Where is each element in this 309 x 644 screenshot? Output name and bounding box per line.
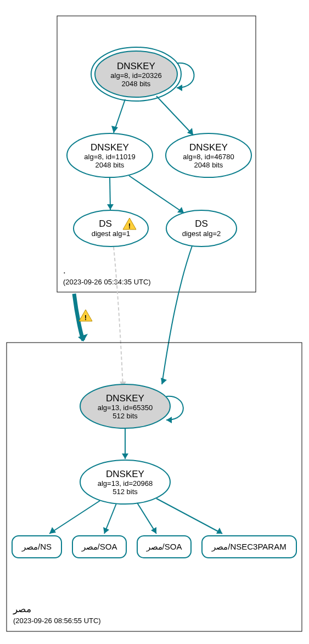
node-title: DS (195, 219, 208, 229)
edge-zsk-ns (49, 501, 100, 534)
node-line2: digest alg=1 (92, 229, 130, 238)
node-line3: 512 bits (113, 412, 138, 420)
node-line3: 2048 bits (122, 80, 151, 88)
rr-label: مصر/SOA (81, 542, 117, 552)
node-title: DNSKEY (106, 393, 144, 404)
node-line3: 2048 bits (95, 161, 125, 169)
node-line3: 512 bits (113, 488, 138, 496)
warning-icon: ! (79, 310, 92, 322)
node-line2: alg=8, id=20326 (110, 71, 161, 80)
svg-text:!: ! (85, 313, 87, 322)
rr-label: مصر/SOA (146, 542, 182, 552)
node-line3: 2048 bits (194, 161, 223, 169)
node-dnskey-child-zsk: DNSKEY alg=13, id=20968 512 bits (80, 460, 170, 504)
zone-label-child: مصر (13, 604, 31, 615)
edge-zsk1-ds2 (129, 176, 184, 213)
arrowhead (111, 126, 118, 133)
node-dnskey-root-zsk2: DNSKEY alg=8, id=46780 2048 bits (166, 133, 251, 177)
node-rr-ns: مصر/NS (12, 536, 61, 558)
node-title: DS (99, 219, 112, 229)
node-title: DNSKEY (117, 61, 155, 71)
arrowhead (151, 527, 156, 534)
node-line2: digest alg=2 (182, 229, 221, 238)
node-ds-alg1: DS digest alg=1 ! (74, 210, 148, 247)
arrowhead (166, 417, 172, 423)
arrowhead (122, 453, 128, 459)
arrowhead (107, 204, 114, 210)
zone-timestamp-root: (2023-09-26 05:34:35 UTC) (63, 278, 151, 286)
node-title: DNSKEY (91, 142, 129, 153)
node-dnskey-root-ksk: DNSKEY alg=8, id=20326 2048 bits (91, 47, 181, 101)
zone-label-root: . (63, 265, 66, 276)
node-dnskey-root-zsk1: DNSKEY alg=8, id=11019 2048 bits (67, 133, 153, 177)
arrowhead (177, 207, 184, 213)
node-title: DNSKEY (106, 469, 144, 479)
node-title: DNSKEY (189, 142, 228, 153)
node-line2: alg=8, id=46780 (183, 153, 234, 161)
node-line2: alg=8, id=11019 (84, 153, 135, 161)
node-line2: alg=13, id=65350 (98, 404, 153, 412)
edge-ds1-childksk (114, 247, 123, 387)
zone-timestamp-child: (2023-09-26 08:56:55 UTC) (13, 617, 101, 625)
node-rr-nsec3param: مصر/NSEC3PARAM (202, 536, 296, 558)
edge-ds2-childksk (162, 246, 192, 384)
node-rr-soa-1: مصر/SOA (72, 536, 126, 558)
node-rr-soa-2: مصر/SOA (137, 536, 191, 558)
node-dnskey-child-ksk: DNSKEY alg=13, id=65350 512 bits (80, 384, 170, 428)
node-ds-alg2: DS digest alg=2 (166, 210, 237, 247)
rr-label: مصر/NS (21, 542, 52, 552)
node-line2: alg=13, id=20968 (98, 479, 153, 488)
edge-zsk-nsec3 (156, 499, 222, 534)
edge-ksk-zsk2 (156, 96, 193, 135)
dnssec-auth-graph: DNSKEY alg=8, id=20326 2048 bits DNSKEY … (0, 0, 309, 644)
rr-label: مصر/NSEC3PARAM (211, 542, 286, 552)
svg-text:!: ! (128, 222, 131, 230)
